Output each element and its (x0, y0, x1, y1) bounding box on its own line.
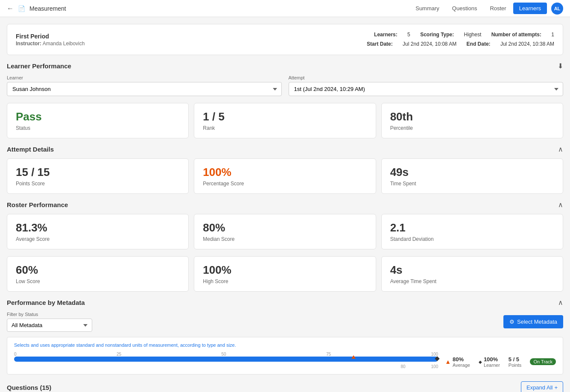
legend-points-value: 5 / 5 (509, 356, 522, 363)
progress-bar-container (14, 357, 438, 362)
expand-all-label: Expand All (526, 384, 552, 391)
metric-card-std-dev: 2.1 Standard Deviation (381, 214, 563, 249)
on-track-badge: On Track (530, 358, 556, 365)
learner-performance-header: Learner Performance ⬇ (7, 62, 563, 70)
chart-bottom-markers: 80 100 (14, 364, 438, 369)
chart-description: Selects and uses appropriate standard an… (14, 342, 556, 348)
metric-card-rank: 1 / 5 Rank (194, 103, 376, 138)
chart-legend: ▲ 80% Average ◆ 100% Learner (445, 356, 556, 368)
attempt-details-title: Attempt Details (7, 146, 54, 153)
marker-0: 0 (14, 352, 17, 357)
chart-row: 0 25 50 75 100 80 (14, 351, 556, 369)
metric-label-percentile: Percentile (390, 125, 554, 131)
info-card-left: First Period Instructor: Amanda Leibovic… (16, 33, 85, 47)
metric-card-points: 15 / 15 Points Score (7, 158, 189, 194)
learner-metrics-grid: Pass Status 1 / 5 Rank 80th Percentile (7, 103, 563, 138)
questions-header: Questions (15) Expand All + (7, 381, 563, 392)
metric-label-high-score: High Score (203, 278, 367, 284)
metric-label-rank: Rank (203, 125, 367, 131)
marker-25: 25 (117, 352, 121, 357)
select-metadata-button[interactable]: ⚙ Select Metadata (503, 315, 563, 328)
legend-status: On Track (530, 358, 556, 365)
select-metadata-label: Select Metadata (517, 319, 557, 325)
main-content: First Period Instructor: Amanda Leibovic… (0, 17, 570, 392)
metadata-filter-dropdown[interactable]: All Metadata (7, 319, 92, 332)
metric-value-status: Pass (16, 110, 180, 123)
metric-label-points: Points Score (16, 181, 180, 187)
back-button[interactable]: ← (7, 5, 14, 12)
metric-card-median-score: 80% Median Score (194, 214, 376, 249)
metric-value-avg-time: 4s (390, 263, 554, 277)
expand-all-button[interactable]: Expand All + (521, 381, 563, 392)
metric-card-avg-time: 4s Average Time Spent (381, 256, 563, 292)
roster-performance-toggle[interactable]: ∧ (558, 201, 563, 209)
attempts-info: Number of attempts: 1 (491, 32, 554, 38)
select-metadata-icon: ⚙ (509, 319, 514, 325)
metadata-section-title: Performance by Metadata (7, 299, 85, 306)
tab-learners[interactable]: Learners (513, 3, 547, 14)
metric-value-std-dev: 2.1 (390, 221, 554, 234)
roster-performance-header: Roster Performance ∧ (7, 201, 563, 209)
metric-value-avg-score: 81.3% (16, 221, 180, 234)
filter-left: Filter by Status All Metadata (7, 312, 92, 332)
marker-50: 50 (221, 352, 226, 357)
download-button[interactable]: ⬇ (558, 62, 563, 70)
metric-card-status: Pass Status (7, 103, 189, 138)
metric-value-low-score: 60% (16, 263, 180, 277)
metric-card-time-spent: 49s Time Spent (381, 158, 563, 194)
app-header: ← 📄 Measurement Summary Questions Roster… (0, 0, 570, 17)
metric-label-status: Status (16, 125, 180, 131)
header-tabs: Summary Questions Roster Learners AL (409, 3, 563, 15)
document-icon: 📄 (18, 5, 25, 12)
avg-triangle-icon: ▲ (445, 358, 451, 365)
attempt-dropdown[interactable]: 1st (Jul 2nd 2024, 10:29 AM) (289, 82, 564, 96)
questions-section: Questions (15) Expand All + Filter by St… (7, 381, 563, 392)
tab-roster[interactable]: Roster (484, 3, 512, 14)
progress-track (14, 357, 438, 362)
questions-title: Questions (15) (7, 384, 51, 391)
filter-dropdown-wrap: All Metadata (7, 319, 92, 332)
legend-learner-sublabel: Learner (484, 363, 500, 368)
attempt-details-toggle[interactable]: ∧ (558, 145, 563, 153)
attempt-selector-group: Attempt 1st (Jul 2nd 2024, 10:29 AM) (289, 75, 564, 96)
metadata-toggle[interactable]: ∧ (558, 298, 563, 307)
learner-selector-label: Learner (7, 75, 282, 80)
metadata-filter-row: Filter by Status All Metadata ⚙ Select M… (7, 312, 563, 332)
metric-label-std-dev: Standard Deviation (390, 236, 554, 242)
learner-dropdown[interactable]: Susan Johnson (7, 82, 282, 96)
roster-performance-title: Roster Performance (7, 201, 68, 208)
info-card-right: Learners: 5 Scoring Type: Highest Number… (358, 30, 554, 49)
metric-value-percentage: 100% (203, 166, 367, 179)
legend-points-sublabel: Points (509, 363, 522, 368)
tab-summary[interactable]: Summary (409, 3, 445, 14)
metadata-section-header: Performance by Metadata ∧ (7, 298, 563, 307)
legend-learner: ◆ 100% Learner (479, 356, 500, 368)
instructor-name: Amanda Leibovich (43, 41, 85, 47)
attempt-metrics-grid: 15 / 15 Points Score 100% Percentage Sco… (7, 158, 563, 194)
start-date-info: Start Date: Jul 2nd 2024, 10:08 AM (367, 41, 458, 47)
legend-avg-text: 80% Average (453, 356, 470, 368)
sub-marker-100: 100 (431, 364, 438, 369)
attempt-details-section: Attempt Details ∧ 15 / 15 Points Score 1… (7, 145, 563, 194)
card-right-row1: Learners: 5 Scoring Type: Highest Number… (358, 30, 554, 40)
attempt-selector-label: Attempt (289, 75, 564, 80)
chart-bar-area: 0 25 50 75 100 80 (14, 351, 438, 369)
legend-avg-sublabel: Average (453, 363, 470, 368)
legend-points: 5 / 5 Points (509, 356, 522, 368)
expand-plus-icon: + (554, 384, 558, 391)
metric-label-low-score: Low Score (16, 278, 180, 284)
legend-learner-value: 100% (484, 356, 500, 363)
learner-performance-section: Learner Performance ⬇ Learner Susan John… (7, 62, 563, 138)
roster-performance-section: Roster Performance ∧ 81.3% Average Score… (7, 201, 563, 292)
legend-avg-value: 80% (453, 356, 470, 363)
metric-value-time: 49s (390, 166, 554, 179)
average-marker (351, 355, 356, 359)
roster-metrics-grid-2: 60% Low Score 100% High Score 4s Average… (7, 256, 563, 292)
metric-label-median-score: Median Score (203, 236, 367, 242)
tab-questions[interactable]: Questions (446, 3, 483, 14)
page-title: Measurement (29, 5, 66, 12)
selectors-row: Learner Susan Johnson Attempt 1st (Jul 2… (7, 75, 563, 96)
learner-selector-group: Learner Susan Johnson (7, 75, 282, 96)
info-card: First Period Instructor: Amanda Leibovic… (7, 24, 563, 55)
header-left: ← 📄 Measurement (7, 5, 66, 12)
